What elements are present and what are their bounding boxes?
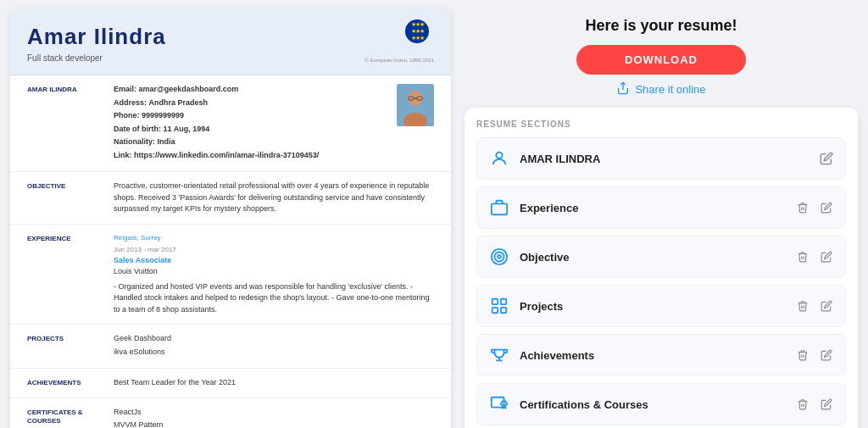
- section-label-projects: Projects: [520, 300, 786, 313]
- section-label-objective: Objective: [520, 251, 786, 264]
- resume-header: Amar Ilindra Full stack developer ★★★★★★…: [10, 8, 451, 75]
- grid-icon: [487, 294, 511, 318]
- achievements-section: ACHIEVEMENTS Best Team Leader for the Ye…: [10, 369, 451, 398]
- address-line: Address: Andhra Pradesh: [114, 97, 397, 109]
- objective-text: Proactive, customer-orientated retail pr…: [114, 181, 434, 215]
- objective-label: OBJECTIVE: [27, 181, 103, 215]
- svg-point-10: [495, 253, 504, 262]
- certificates-label: CERTIFICATES & COURSES: [27, 407, 103, 429]
- edit-icon-projects[interactable]: [818, 297, 835, 314]
- experience-content: Reigate, Surrey Jun 2013 - mar 2017 Sale…: [114, 233, 434, 316]
- svg-rect-13: [501, 299, 506, 304]
- resume-body: AMAR ILINDRA Email: amar@geekdashboard.c…: [10, 75, 451, 428]
- svg-rect-14: [492, 308, 498, 313]
- user-icon: [487, 147, 511, 170]
- email-line: Email: amar@geekdashboard.com: [114, 84, 397, 96]
- certificates-content: ReactJs MVVM Pattern: [114, 407, 434, 429]
- delete-icon-certifications[interactable]: [794, 396, 811, 413]
- section-actions-experience: [794, 199, 835, 216]
- delete-icon-experience[interactable]: [794, 199, 811, 216]
- nationality-line: Nationality: India: [114, 136, 397, 148]
- achievements-text: Best Team Leader for the Year 2021: [114, 377, 434, 389]
- svg-rect-12: [492, 299, 498, 304]
- objective-section: OBJECTIVE Proactive, customer-orientated…: [10, 172, 451, 225]
- edit-icon-achievements[interactable]: [818, 347, 835, 364]
- delete-icon-projects[interactable]: [794, 297, 811, 314]
- section-label-experience: Experience: [520, 202, 786, 214]
- section-actions-amar: [818, 150, 835, 167]
- eu-stars-icon: ★★★★★★★★★: [411, 21, 424, 42]
- contact-content: Email: amar@geekdashboard.com Address: A…: [114, 84, 434, 163]
- avatar: [397, 84, 434, 126]
- experience-description: - Organized and hosted VIP events and wa…: [114, 281, 434, 316]
- section-actions-certifications: [794, 396, 835, 413]
- section-actions-achievements: [794, 347, 835, 364]
- share-link[interactable]: Share it online: [465, 81, 858, 97]
- svg-rect-8: [492, 203, 507, 214]
- contact-info: Email: amar@geekdashboard.com Address: A…: [114, 84, 397, 163]
- project-item-1: Geek Dashboard: [114, 333, 434, 345]
- section-actions-objective: [794, 248, 835, 265]
- experience-date: Jun 2013 - mar 2017: [114, 245, 434, 255]
- sections-card-title: RESUME SECTIONS: [476, 120, 846, 129]
- section-item-certifications[interactable]: Certifications & Courses: [476, 383, 846, 425]
- experience-job-title: Sales Associate: [114, 255, 434, 267]
- briefcase-icon: [487, 196, 511, 220]
- eu-logo: ★★★★★★★★★: [400, 20, 434, 42]
- section-item-projects[interactable]: Projects: [476, 285, 846, 327]
- experience-section: EXPERIENCE Reigate, Surrey Jun 2013 - ma…: [10, 225, 451, 325]
- section-item-achievements[interactable]: Achievements: [476, 334, 846, 376]
- phone-line: Phone: 9999999999: [114, 110, 397, 122]
- contact-label: AMAR ILINDRA: [27, 84, 103, 163]
- page-title: Here is your resume!: [465, 17, 858, 35]
- edit-icon-amar[interactable]: [818, 150, 835, 167]
- cert-item-2: MVVM Pattern: [114, 420, 434, 428]
- eu-circle: ★★★★★★★★★: [405, 19, 429, 43]
- cert-item-1: ReactJs: [114, 407, 434, 419]
- delete-icon-achievements[interactable]: [794, 347, 811, 364]
- resume-name: Amar Ilindra: [27, 24, 434, 50]
- dob-line: Date of birth: 11 Aug, 1994: [114, 124, 397, 136]
- eu-text: © European Union, 1995-2021: [365, 58, 434, 63]
- section-label-certifications: Certifications & Courses: [520, 398, 786, 411]
- delete-icon-objective[interactable]: [794, 248, 811, 265]
- resume-preview: Amar Ilindra Full stack developer ★★★★★★…: [10, 8, 451, 428]
- svg-point-11: [498, 255, 501, 258]
- achievements-label: ACHIEVEMENTS: [27, 377, 103, 389]
- target-icon: [487, 245, 511, 269]
- section-actions-projects: [794, 297, 835, 314]
- section-item-objective[interactable]: Objective: [476, 236, 846, 278]
- section-label-amar: AMAR ILINDRA: [520, 153, 810, 165]
- section-label-achievements: Achievements: [520, 349, 786, 362]
- section-item-amar-ilindra[interactable]: AMAR ILINDRA: [476, 137, 846, 180]
- projects-label: PROJECTS: [27, 333, 103, 359]
- experience-label: EXPERIENCE: [27, 233, 103, 316]
- share-icon: [616, 81, 630, 97]
- edit-icon-certifications[interactable]: [818, 396, 835, 413]
- experience-location: Reigate, Surrey: [114, 233, 434, 243]
- contact-row: Email: amar@geekdashboard.com Address: A…: [114, 84, 434, 163]
- edit-icon-experience[interactable]: [818, 199, 835, 216]
- download-button[interactable]: DOWNLOAD: [576, 45, 746, 75]
- project-item-2: ikva eSolutions: [114, 347, 434, 359]
- section-item-experience[interactable]: Experience: [476, 186, 846, 229]
- edit-icon-objective[interactable]: [818, 248, 835, 265]
- share-label: Share it online: [635, 83, 705, 96]
- avatar-image: [397, 84, 434, 126]
- certificates-section: CERTIFICATES & COURSES ReactJs MVVM Patt…: [10, 398, 451, 429]
- link-line: Link: https://www.linkedin.com/in/amar-i…: [114, 150, 397, 162]
- projects-content: Geek Dashboard ikva eSolutions: [114, 333, 434, 359]
- experience-company: Louis Vuitton: [114, 266, 434, 278]
- certificate-icon: [487, 392, 511, 416]
- right-top: Here is your resume! DOWNLOAD Share it o…: [465, 8, 858, 97]
- sections-card: RESUME SECTIONS AMAR ILINDRA: [465, 108, 858, 428]
- svg-rect-15: [501, 308, 506, 313]
- right-panel: Here is your resume! DOWNLOAD Share it o…: [465, 8, 858, 428]
- app-container: Amar Ilindra Full stack developer ★★★★★★…: [10, 8, 858, 428]
- trophy-icon: [487, 343, 511, 367]
- contact-section: AMAR ILINDRA Email: amar@geekdashboard.c…: [10, 75, 451, 172]
- svg-point-7: [496, 153, 502, 158]
- projects-section: PROJECTS Geek Dashboard ikva eSolutions: [10, 325, 451, 369]
